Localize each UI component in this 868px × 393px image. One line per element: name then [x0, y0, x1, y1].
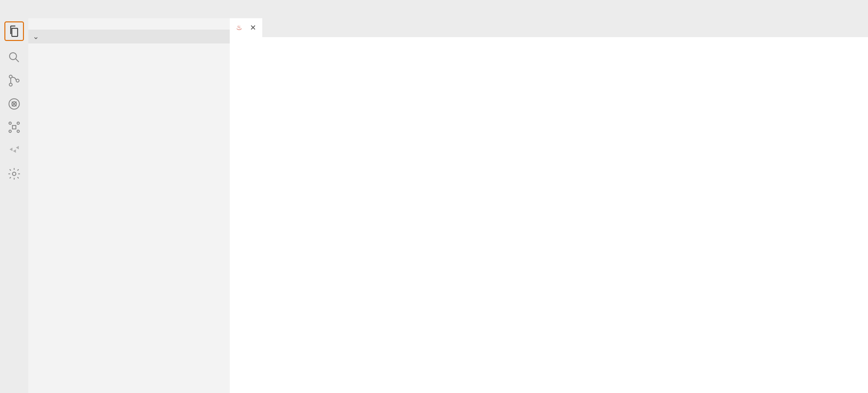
svg-point-3 — [9, 83, 12, 86]
code-content[interactable] — [266, 40, 868, 393]
source-control-icon[interactable] — [7, 74, 21, 88]
cloud-code-icon[interactable] — [7, 144, 21, 157]
svg-rect-7 — [12, 126, 16, 129]
file-tree — [28, 43, 230, 46]
api-icon[interactable] — [7, 120, 21, 134]
editor-tabs: ♨ ✕ — [230, 18, 868, 37]
editor-area: ♨ ✕ — [230, 18, 868, 393]
svg-point-9 — [17, 122, 19, 124]
line-number-gutter — [244, 40, 266, 393]
svg-point-10 — [9, 130, 11, 132]
svg-line-1 — [16, 59, 19, 62]
close-icon[interactable]: ✕ — [250, 23, 256, 32]
code-editor[interactable] — [230, 37, 868, 393]
svg-point-11 — [17, 130, 19, 132]
search-icon[interactable] — [7, 50, 21, 64]
workspace-section-header[interactable]: ⌄ — [28, 30, 230, 43]
svg-point-12 — [12, 172, 16, 176]
tab-jsonsanitizercallout[interactable]: ♨ ✕ — [230, 18, 263, 37]
java-file-icon: ♨ — [236, 24, 242, 32]
breakpoint-gutter[interactable] — [230, 40, 244, 393]
activity-bar — [0, 18, 28, 393]
debug-icon[interactable] — [7, 97, 21, 111]
svg-point-8 — [9, 122, 11, 124]
svg-point-0 — [9, 53, 17, 60]
svg-point-2 — [9, 75, 12, 78]
explorer-sidebar: ⌄ — [28, 18, 230, 393]
chevron-down-icon: ⌄ — [31, 32, 40, 41]
menu-bar — [0, 0, 868, 18]
explorer-icon[interactable] — [7, 24, 21, 38]
svg-point-4 — [16, 79, 19, 82]
svg-point-6 — [12, 102, 17, 107]
settings-gear-icon[interactable] — [7, 167, 21, 181]
highlight-explorer-icon — [4, 22, 24, 41]
explorer-title — [28, 18, 230, 30]
